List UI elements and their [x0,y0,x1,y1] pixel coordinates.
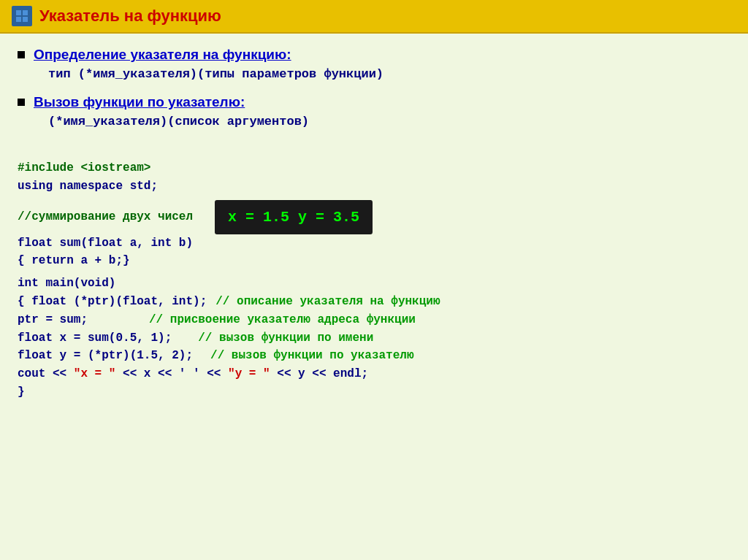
bullet-content-2: Вызов функции по указателю: (*имя_указат… [34,94,730,131]
code-main-line4: float y = (*ptr)(1.5, 2); // вызов функц… [18,347,730,365]
svg-rect-3 [23,17,28,22]
code-main-line1-comment: // описание указателя на функцию [215,293,440,311]
header: Указатель на функцию [0,0,748,34]
syntax-line-2: (*имя_указателя)(список аргументов) [48,115,730,129]
code-main-close: } [18,383,730,402]
page-title: Указатель на функцию [39,7,221,26]
code-block: #include <iostream> using namespace std;… [18,159,730,402]
bullet-item-2: Вызов функции по указателю: (*имя_указат… [18,94,730,131]
code-func-body: { return a + b;} [18,252,730,270]
bullet-square-2 [18,99,25,106]
svg-rect-0 [16,10,21,15]
code-main-line4-comment: // вызов функции по указателю [210,347,413,365]
code-comment-row: //суммирование двух чисел x = 1.5 y = 3.… [18,200,730,234]
header-icon [12,6,32,26]
syntax-line-1: тип (*имя_указателя)(типы параметров фун… [48,67,730,81]
code-main-line2: ptr = sum; // присвоение указателю адрес… [18,311,730,329]
bullet-square-1 [18,51,25,58]
code-func-def: float sum(float a, int b) [18,234,730,253]
code-main-line3-code: float x = sum(0.5, 1); [18,329,172,348]
svg-rect-2 [16,17,21,22]
code-main-line1-code: { float (*ptr)(float, int); [18,293,207,311]
code-main-line2-code: ptr = sum; [18,311,88,329]
code-main-line4-code: float y = (*ptr)(1.5, 2); [18,347,193,365]
bullet-content-1: Определение указателя на функцию: тип (*… [34,47,730,84]
code-include: #include <iostream> [18,159,730,177]
output-box: x = 1.5 y = 3.5 [215,200,373,234]
code-main-def: int main(void) [18,275,730,293]
section-title-2: Вызов функции по указателю: [34,94,730,110]
code-using: using namespace std; [18,177,730,196]
code-main-line3-comment: // вызов функции по имени [198,329,373,348]
code-main-line5: cout << "x = " << x << ' ' << "y = " << … [18,365,730,383]
section-title-1: Определение указателя на функцию: [34,47,730,63]
code-main-line2-comment: // присвоение указателю адреса функции [149,311,416,329]
bullet-item-1: Определение указателя на функцию: тип (*… [18,47,730,84]
content-area: Определение указателя на функцию: тип (*… [0,34,748,415]
svg-rect-1 [23,10,28,15]
code-comment1: //суммирование двух чисел [18,208,193,226]
code-main-line3: float x = sum(0.5, 1); // вызов функции … [18,329,730,348]
code-main-line1: { float (*ptr)(float, int); // описание … [18,293,730,311]
